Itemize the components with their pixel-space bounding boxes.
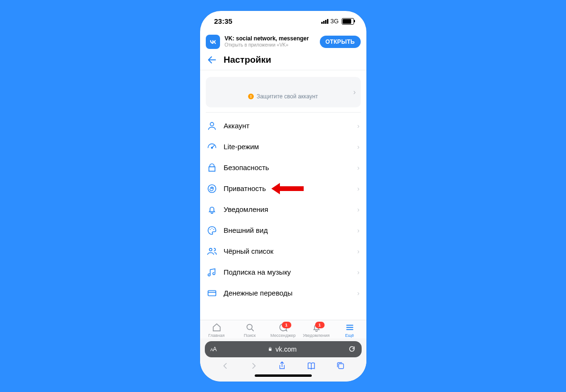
menu-item-account[interactable]: Аккаунт ›: [200, 115, 366, 136]
menu-item-blacklist[interactable]: Чёрный список ›: [200, 241, 366, 262]
chevron-right-icon: ›: [357, 185, 360, 192]
chevron-right-icon: ›: [357, 227, 360, 234]
hand-icon: [207, 183, 217, 194]
safari-bar: AA vk.com: [200, 338, 366, 382]
chevron-right-icon: ›: [357, 248, 360, 255]
home-indicator: [255, 374, 312, 377]
users-icon: [207, 246, 217, 257]
menu-item-privacy[interactable]: Приватность ›: [200, 178, 366, 199]
safari-forward[interactable]: [249, 362, 258, 370]
arrow-left-icon: [207, 55, 217, 65]
chevron-right-icon: ›: [357, 164, 360, 172]
tab-label: Ещё: [345, 333, 354, 338]
warning-icon: !: [248, 94, 254, 99]
phone-frame: 23:35 3G VK: social network, messenger О…: [200, 11, 366, 382]
svg-rect-4: [208, 290, 216, 296]
svg-point-1: [210, 229, 211, 230]
palette-icon: [207, 225, 217, 236]
lock-icon: [207, 163, 217, 173]
book-icon: [307, 361, 316, 371]
tab-search[interactable]: Поиск: [233, 322, 267, 338]
chevron-right-icon: ›: [357, 289, 360, 297]
reload-icon: [348, 345, 356, 353]
music-icon: [207, 267, 217, 277]
menu-label: Lite-режим: [224, 143, 259, 151]
svg-point-0: [208, 184, 216, 192]
gauge-icon: [207, 142, 217, 152]
tabs-icon: [336, 361, 345, 370]
lock-icon: [268, 346, 273, 352]
search-icon: [245, 322, 255, 333]
protect-account-card[interactable]: ! Защитите свой аккаунт ›: [206, 77, 361, 107]
banner-title: VK: social network, messenger: [225, 36, 315, 42]
page-title: Настройки: [224, 55, 271, 65]
tab-notifications[interactable]: 1 Уведомления: [300, 322, 333, 338]
banner-subtitle: Открыть в приложении «VK»: [225, 42, 315, 48]
settings-menu: Аккаунт › Lite-режим › Безопасность › Пр…: [200, 113, 366, 304]
chevron-right-icon: ›: [357, 206, 360, 213]
bottom-tab-bar: Главная Поиск 1 Мессенджер 1 Уведомления…: [200, 320, 366, 338]
vk-logo-icon: [206, 35, 220, 49]
status-net: 3G: [330, 18, 338, 25]
tab-more[interactable]: Ещё: [333, 322, 366, 338]
open-app-button[interactable]: ОТКРЫТЬ: [320, 36, 361, 48]
url-host: vk.com: [221, 345, 343, 353]
safari-bookmarks[interactable]: [307, 361, 316, 371]
menu-item-appearance[interactable]: Внешний вид ›: [200, 220, 366, 241]
menu-label: Чёрный список: [224, 247, 274, 255]
chevron-right-icon: ›: [353, 88, 355, 96]
user-icon: [207, 121, 217, 131]
menu-label: Уведомления: [224, 205, 269, 213]
menu-label: Безопасность: [224, 163, 269, 172]
chevron-right-icon: ›: [357, 268, 360, 276]
menu-item-notifications[interactable]: Уведомления ›: [200, 199, 366, 220]
card-icon: [207, 288, 217, 298]
banner-text: VK: social network, messenger Открыть в …: [225, 36, 315, 47]
reload-button[interactable]: [348, 345, 356, 353]
bell-icon: [207, 204, 217, 215]
app-open-banner: VK: social network, messenger Открыть в …: [200, 32, 366, 53]
settings-content: ! Защитите свой аккаунт › Аккаунт › Lite…: [200, 70, 366, 320]
safari-nav: [205, 357, 362, 373]
tab-home[interactable]: Главная: [200, 322, 233, 338]
svg-point-5: [247, 324, 252, 329]
safari-share[interactable]: [278, 361, 287, 370]
safari-tabs[interactable]: [336, 361, 345, 370]
share-icon: [278, 361, 287, 370]
menu-item-transfers[interactable]: Денежные переводы ›: [200, 283, 366, 304]
chevron-right-icon: [249, 362, 258, 370]
menu-item-lite[interactable]: Lite-режим ›: [200, 136, 366, 157]
protect-text: Защитите свой аккаунт: [257, 93, 318, 100]
menu-label: Внешний вид: [224, 226, 268, 234]
text-size-button[interactable]: AA: [211, 346, 217, 353]
menu-item-music[interactable]: Подписка на музыку ›: [200, 262, 366, 283]
home-icon: [211, 322, 222, 333]
menu-label: Подписка на музыку: [224, 268, 291, 276]
chevron-left-icon: [221, 362, 230, 370]
tab-label: Главная: [208, 333, 224, 338]
tab-label: Мессенджер: [270, 333, 296, 338]
safari-back[interactable]: [221, 362, 230, 370]
chevron-right-icon: ›: [357, 122, 360, 130]
signal-icon: [321, 19, 328, 24]
status-bar: 23:35 3G: [200, 11, 366, 32]
callout-arrow: [271, 183, 304, 194]
badge: 1: [315, 322, 325, 328]
nav-header: Настройки: [200, 53, 366, 70]
tab-label: Уведомления: [303, 333, 329, 338]
tab-label: Поиск: [244, 333, 256, 338]
menu-label: Аккаунт: [224, 122, 249, 130]
tab-messenger[interactable]: 1 Мессенджер: [267, 322, 300, 338]
back-button[interactable]: [207, 55, 217, 65]
protect-row: ! Защитите свой аккаунт: [212, 93, 354, 100]
svg-rect-6: [338, 364, 343, 369]
battery-icon: [342, 18, 354, 25]
menu-icon: [345, 322, 355, 333]
chevron-right-icon: ›: [357, 143, 360, 151]
url-bar[interactable]: AA vk.com: [205, 341, 362, 357]
badge: 1: [282, 322, 291, 328]
menu-item-security[interactable]: Безопасность ›: [200, 157, 366, 178]
svg-point-3: [213, 229, 214, 230]
menu-label: Приватность: [224, 184, 266, 192]
svg-point-2: [211, 228, 212, 229]
